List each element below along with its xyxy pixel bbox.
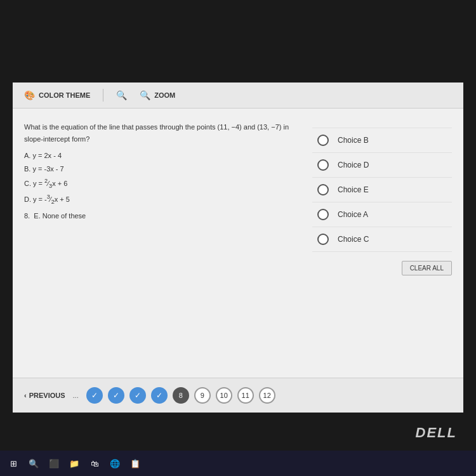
taskbar: ⊞ 🔍 ⬛ 📁 🛍 🌐 📋 [0,451,476,476]
question-number: 8. E. None of these [24,210,306,222]
task-view-icon[interactable]: ⬛ [46,455,62,472]
chevron-left-icon: ‹ [24,392,27,399]
zoom-out-icon: 🔍 [116,90,127,100]
search-icon[interactable]: 🔍 [25,455,42,472]
nav-num-6[interactable] [129,387,146,404]
answer-label-choice-e: Choice E [338,185,369,194]
nav-num-8[interactable]: 8 [173,387,189,404]
radio-choice-a[interactable] [317,209,329,220]
zoom-label: ZOOM [154,91,175,99]
answer-label-choice-c: Choice C [338,235,369,244]
question-section: What is the equation of the line that pa… [24,121,306,359]
answer-label-choice-a: Choice A [338,210,368,219]
store-icon[interactable]: 🛍 [86,455,103,472]
nav-num-12[interactable]: 12 [259,387,275,404]
color-theme-button[interactable]: 🎨 COLOR THEME [24,90,90,100]
radio-choice-b[interactable] [317,135,329,146]
dots: ... [73,392,79,399]
nav-num-4[interactable] [86,387,103,404]
answer-row-choice-e[interactable]: Choice E [312,178,452,202]
choice-list: A. y = 2x - 4 B. y = -3x - 7 C. y = 2⁄3x… [24,150,306,207]
nav-num-11[interactable]: 11 [237,387,254,404]
file-explorer-icon[interactable]: 📁 [66,455,83,472]
list-item: B. y = -3x - 7 [24,163,306,175]
divider [103,89,103,102]
clear-all-button[interactable]: CLEAR ALL [402,261,452,275]
nav-num-10[interactable]: 10 [216,387,232,404]
answer-row-choice-b[interactable]: Choice B [312,128,452,153]
answers-section: Choice B Choice D Choice E Choice A Choi… [312,121,452,359]
content-area: What is the equation of the line that pa… [13,109,463,372]
nav-num-7[interactable] [151,387,168,404]
top-bar: 🎨 COLOR THEME 🔍 🔍 ZOOM [13,83,463,109]
nav-num-9[interactable]: 9 [194,387,211,404]
chrome-icon[interactable]: 🌐 [107,455,123,472]
answer-label-choice-d: Choice D [338,161,369,169]
windows-icon[interactable]: ⊞ [5,455,22,472]
question-text: What is the equation of the line that pa… [24,121,306,145]
color-theme-label: COLOR THEME [39,91,90,99]
radio-choice-d[interactable] [317,159,329,171]
answer-label-choice-b: Choice B [338,136,369,145]
list-item: A. y = 2x - 4 [24,150,306,162]
previous-button[interactable]: ‹ PREVIOUS [24,392,65,399]
list-item: C. y = 2⁄3x + 6 [24,176,306,191]
palette-icon: 🎨 [24,90,35,100]
zoom-in-button[interactable]: 🔍 ZOOM [140,90,175,100]
bottom-nav: ‹ PREVIOUS ... 8 9 10 11 12 [13,378,463,413]
app-icon[interactable]: 📋 [127,455,143,472]
answer-row-choice-d[interactable]: Choice D [312,153,452,178]
radio-choice-e[interactable] [317,184,329,195]
answer-row-choice-a[interactable]: Choice A [312,202,452,227]
zoom-in-icon: 🔍 [140,90,150,100]
radio-choice-c[interactable] [317,234,329,245]
nav-num-5[interactable] [108,387,124,404]
zoom-out-button[interactable]: 🔍 [116,90,127,100]
list-item: D. y = -3⁄2x + 5 [24,192,306,207]
dell-logo: DELL [416,425,457,441]
answer-row-choice-c[interactable]: Choice C [312,227,452,252]
